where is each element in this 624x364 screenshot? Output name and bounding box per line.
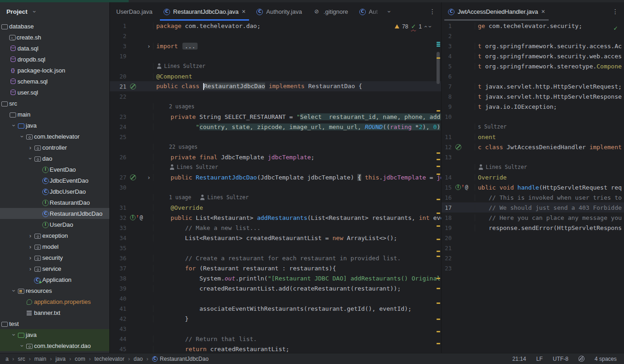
tab-userdao-java[interactable]: UserDao.java [111, 2, 158, 21]
tree-item-model[interactable]: ›model [0, 241, 109, 252]
project-panel-header[interactable]: Project › [0, 2, 109, 21]
chevron-right-icon[interactable]: › [27, 243, 34, 250]
stripe-mark-warning[interactable] [437, 319, 440, 320]
code-line-6[interactable]: 6 [442, 71, 624, 81]
chevron-down-icon[interactable]: › [27, 155, 34, 162]
inlay-hint-row[interactable]: Lines Sultzer [110, 61, 441, 71]
tree-item-jdbcuserdao[interactable]: CJdbcUserDao [0, 186, 109, 197]
code-line-3[interactable]: 3t org.springframework.security.access.A… [442, 41, 624, 51]
code-line-32[interactable]: 32I↑@ public List<Restaurant> addRestaur… [110, 213, 441, 223]
code-line-26[interactable]: 26 private final JdbcTemplate jdbcTempla… [110, 152, 441, 162]
tab-restaurantjdbcdao-java[interactable]: CRestaurantJdbcDao.java× [158, 2, 251, 21]
tree-item-java[interactable]: ›java [0, 329, 109, 340]
spring-bean-gutter-icon[interactable] [130, 174, 136, 180]
code-line-21[interactable]: 21 [442, 243, 624, 253]
tree-item-application[interactable]: C▶Application [0, 274, 109, 285]
tree-item-test[interactable]: test [0, 318, 109, 329]
tab-aut[interactable]: CAut [354, 2, 384, 21]
inlay-hint-row[interactable]: 1 usageLines Sultzer [110, 192, 441, 202]
code-line-12[interactable]: 12c class JwtAccessDeniedHandler impleme… [442, 142, 624, 152]
tree-item-exception[interactable]: ›exception [0, 230, 109, 241]
indent-widget[interactable]: 4 spaces [595, 356, 617, 362]
code-line-1[interactable]: 1package com.techelevator.dao; [110, 21, 441, 31]
inlay-hint-row[interactable]: Lines Sultzer [442, 162, 624, 172]
code-line-15[interactable]: 15I↑@ublic void handle(HttpServletReques… [442, 182, 624, 192]
code-line-42[interactable]: 42 } [110, 314, 441, 324]
stripe-mark-warning[interactable] [437, 256, 440, 257]
stripe-mark-warning[interactable] [437, 166, 440, 167]
chevron-down-icon[interactable]: › [10, 287, 17, 294]
code-line-24[interactable]: 24 "country, state, zipcode, image_url, … [110, 122, 441, 132]
tree-item-schema-sql[interactable]: schema.sql [0, 76, 109, 87]
line-ending-widget[interactable]: LF [536, 356, 543, 362]
tree-item-java[interactable]: ›java [0, 120, 109, 131]
tree-item-restaurantjdbcdao[interactable]: CRestaurantJdbcDao [0, 208, 109, 219]
chevron-down-icon[interactable]: › [10, 122, 17, 129]
stripe-mark-warning[interactable] [437, 174, 440, 175]
code-line-21[interactable]: 21public class RestaurantJdbcDao impleme… [110, 81, 441, 91]
spring-bean-gutter-icon[interactable] [455, 144, 461, 150]
breadcrumb-item[interactable]: main [34, 356, 46, 362]
inspection-ok-icon[interactable]: ✓ [614, 24, 618, 32]
tab-jwtaccessdeniedhandler-java[interactable]: CJwtAccessDeniedHandler.java× [442, 2, 550, 21]
tree-item-banner-txt[interactable]: banner.txt [0, 307, 109, 318]
breadcrumb-item[interactable]: techelevator [94, 356, 124, 362]
highlighting-level-icon[interactable] [579, 356, 584, 362]
code-line-35[interactable]: 35 [110, 243, 441, 253]
stripe-mark-warning[interactable] [437, 57, 440, 59]
code-line-33[interactable]: 33 // Make a new list... [110, 223, 441, 233]
code-line-23[interactable]: 23 private String SELECT_RESTAURANT = "S… [110, 112, 441, 122]
tab-options-kebab-icon[interactable]: ⋮ [612, 8, 618, 15]
code-line-25[interactable]: 25 [110, 132, 441, 142]
tree-item-resources[interactable]: ›resources [0, 285, 109, 296]
inlay-hint-row[interactable]: Lines Sultzer [110, 162, 441, 172]
tree-item-database[interactable]: database [0, 21, 109, 32]
inlay-hint-row[interactable]: s Sultzer [442, 122, 624, 132]
code-line-16[interactable]: 16 // This is invoked when user tries to [442, 192, 624, 202]
implements-gutter-icon[interactable]: I [130, 215, 136, 220]
code-line-11[interactable]: 11onent [442, 132, 624, 142]
inspections-widget[interactable]: 78 ✓ 1 › › [395, 23, 431, 30]
code-line-20[interactable]: 20@Component [110, 71, 441, 81]
inlay-hint-row[interactable]: 22 usages [110, 142, 441, 152]
stripe-mark-warning[interactable] [437, 251, 440, 252]
code-line-45[interactable]: 45 return createdRestaurantList; [110, 344, 441, 353]
chevron-right-icon[interactable]: › [27, 232, 34, 239]
tab-options-kebab-icon[interactable]: ⋮ [429, 8, 436, 15]
chevron-right-icon[interactable]: › [27, 254, 34, 261]
code-line-19[interactable]: 19 response.sendError(HttpServletRespons [442, 223, 624, 233]
fold-arrow-icon[interactable]: › [145, 43, 153, 50]
code-line-38[interactable]: 38 System.out.println("[Restaurant JDBC … [110, 273, 441, 283]
stripe-mark-info[interactable] [437, 45, 440, 47]
code-line-14[interactable]: 14Override [442, 172, 624, 182]
chevron-down-icon[interactable]: › [31, 8, 38, 15]
code-line-39[interactable]: 39 createdRestaurantList.add(createResta… [110, 283, 441, 293]
breadcrumb-item[interactable]: a [6, 356, 9, 362]
chevron-right-icon[interactable]: › [27, 144, 34, 151]
breadcrumb-item[interactable]: com [75, 356, 85, 362]
code-line-17[interactable]: 17 // We should just send a 403 Forbidde [442, 202, 624, 213]
tree-item-security[interactable]: ›security [0, 252, 109, 263]
code-line-20[interactable]: 20 [442, 233, 624, 243]
code-line-5[interactable]: 5t org.springframework.stereotype.Compon… [442, 61, 624, 71]
tree-item-com-techelevator[interactable]: ›com.techelevator [0, 131, 109, 142]
code-line-36[interactable]: 36 // Create a restaurant for each resta… [110, 253, 441, 263]
stripe-mark-warning[interactable] [437, 288, 440, 289]
editor-right[interactable]: ✓ 1ge com.techelevator.security;23t org.… [442, 21, 624, 353]
code-line-34[interactable]: 34 List<Restaurant> createdRestaurantLis… [110, 233, 441, 243]
breadcrumb-item[interactable]: dao [134, 356, 143, 362]
tree-item-controller[interactable]: ›controller [0, 142, 109, 153]
chevron-down-icon[interactable]: › [18, 342, 26, 349]
tree-item-main[interactable]: main [0, 109, 109, 120]
stripe-mark-info[interactable] [437, 42, 440, 43]
tree-item-eventdao[interactable]: IEventDao [0, 164, 109, 175]
close-icon[interactable]: × [541, 8, 545, 15]
tree-item-user-sql[interactable]: user.sql [0, 87, 109, 98]
tree-item-dropdb-sql[interactable]: dropdb.sql [0, 54, 109, 65]
code-line-10[interactable]: 10 [442, 112, 624, 122]
close-icon[interactable]: × [242, 8, 245, 15]
stripe-mark-warning[interactable] [437, 225, 440, 227]
tree-item-restaurantdao[interactable]: IRestaurantDao [0, 197, 109, 208]
breadcrumb-item-current[interactable]: CRestaurantJdbcDao [152, 356, 209, 362]
chevron-down-icon[interactable]: › [10, 331, 17, 338]
